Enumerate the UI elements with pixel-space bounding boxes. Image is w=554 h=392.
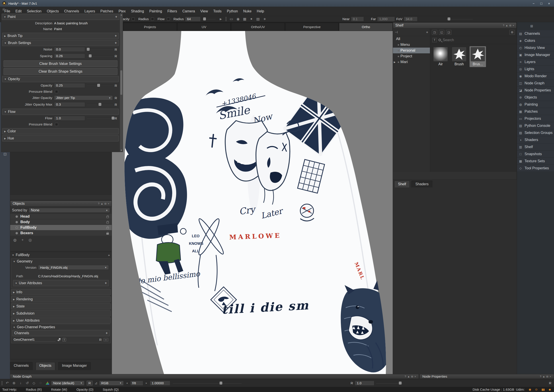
description-value[interactable]: A basic painting brush (54, 21, 117, 25)
objects-toolbar-icon[interactable]: ◍ (13, 238, 17, 242)
dock-panel-item[interactable]: ◑ Shaders (517, 136, 554, 143)
panel-header-icon[interactable]: ? (503, 24, 504, 27)
clear-brush-value-button[interactable]: Clear Brush Value Settings (4, 60, 117, 67)
reset-label[interactable]: R (115, 54, 117, 58)
dock-panel-item[interactable]: ▦ Patches (517, 108, 554, 115)
brush-tile[interactable]: Brush (451, 46, 467, 67)
menu-item[interactable]: View (198, 9, 210, 13)
add-icon[interactable]: + (115, 41, 117, 45)
panel-header-icon[interactable]: × (415, 375, 416, 378)
jitter-opacity-dropdown[interactable]: Jitter per Tip▼ (54, 95, 113, 100)
lock-icon[interactable] (106, 216, 109, 218)
lut-dropdown[interactable]: None (default)▼ (51, 381, 84, 385)
geo-channel-section[interactable]: ▼Geo-Channel Properties (11, 324, 111, 330)
panel-tab[interactable]: Shaders (411, 181, 432, 188)
radius-slider-bottom[interactable] (376, 381, 403, 385)
dock-panel-item[interactable]: □ Snapshots (517, 151, 554, 158)
reset-label[interactable]: R (115, 116, 117, 120)
status-icon[interactable]: ◆ (549, 388, 551, 391)
viewport-tab[interactable]: UV (177, 23, 231, 31)
shelf-panel-header[interactable]: Shelf ?▲⊟× (393, 22, 517, 28)
panel-header-icon[interactable]: ⊟ (104, 202, 106, 205)
radius-value-field[interactable]: 1.0 (355, 381, 374, 385)
shelf-tree-item[interactable]: ▶ Mari (393, 59, 430, 65)
play-icon[interactable]: ▶ (217, 17, 224, 21)
view-toolbar-icon[interactable]: ● (248, 17, 255, 21)
spacing-field[interactable]: 0.26 (54, 54, 85, 58)
brush-settings-section[interactable]: ▼Brush Settings+ (2, 40, 119, 46)
geo-channel-name[interactable]: GeoChannel1 (14, 337, 56, 342)
dock-panel-item[interactable]: ▭ Projectors (517, 115, 554, 122)
tool-properties-scrollbar[interactable]: ▲▼ (120, 13, 123, 152)
object-row[interactable]: Boxers (10, 231, 112, 236)
version-dropdown[interactable]: Hardy_FINGIN.obj▼ (38, 265, 109, 270)
panel-header-icon[interactable]: ▲ (101, 202, 103, 205)
panel-header-icon[interactable]: × (108, 202, 109, 205)
dock-panel-item[interactable]: ◈ Colors (517, 37, 554, 44)
nav-icon[interactable]: ↺ (24, 381, 31, 385)
exposure-field[interactable]: 1.00000 (150, 381, 170, 385)
tool-icon[interactable]: ⊡ (2, 152, 8, 156)
nav-icon[interactable]: ◌ (37, 381, 44, 385)
view-toolbar-icon[interactable]: ▭ (228, 17, 235, 21)
view-toolbar-icon[interactable]: ▤ (255, 17, 261, 21)
fstop-field[interactable]: f/8 (130, 381, 143, 385)
add-icon[interactable]: + (108, 253, 110, 257)
jitter-opacity-max-field[interactable]: 0.3 (54, 102, 85, 107)
objects-panel-header[interactable]: Objects ?▲⊟× (10, 201, 112, 207)
menu-item[interactable]: Patches (98, 9, 116, 13)
viewport-tab[interactable]: Perspective (285, 23, 339, 31)
dock-panel-item[interactable]: ⊚ Objects (517, 94, 554, 101)
dock-panel-item[interactable]: ▧ Python Console (517, 122, 554, 129)
menu-item[interactable]: Layers (82, 9, 98, 13)
panel-header-icon[interactable]: ▲ (407, 375, 410, 378)
brush-tile[interactable]: Air (432, 46, 449, 67)
object-row[interactable]: Head (10, 214, 112, 219)
panel-header-icon[interactable]: ⊟ (546, 375, 548, 378)
status-icon[interactable]: ◉ (529, 388, 531, 391)
toolbar-grip[interactable] (1, 381, 3, 385)
status-icon[interactable]: ⊙ (535, 388, 538, 391)
reset-label[interactable]: R (115, 48, 117, 51)
shelf-search-input[interactable] (443, 38, 514, 42)
panel-header-icon[interactable]: ▲ (505, 24, 508, 27)
menu-item[interactable]: Nuke (240, 9, 254, 13)
menu-item[interactable]: Painting (147, 9, 165, 13)
sorted-by-dropdown[interactable]: None▼ (29, 208, 110, 213)
filter-icon[interactable]: T (432, 38, 437, 42)
opacity-section[interactable]: ▼Opacity (2, 76, 119, 82)
radius-slider[interactable] (202, 17, 216, 21)
increment-icon[interactable]: ▸ (143, 382, 150, 385)
collapsed-section[interactable]: ▶State (11, 303, 111, 309)
spacing-slider[interactable] (87, 54, 113, 58)
panel-header-icon[interactable]: ▲ (542, 375, 545, 378)
reset-label[interactable]: R (115, 96, 117, 100)
name-value[interactable]: Paint (54, 27, 117, 31)
view-toolbar-icon[interactable]: ▦ (241, 17, 248, 21)
viewport-canvas[interactable]: +1338046 Smile Now (112, 31, 393, 374)
node-graph-header[interactable]: Node Graph ?▲⊟× (10, 374, 419, 379)
menu-item[interactable]: Ptex (116, 9, 128, 13)
hue-section[interactable]: ▶Hue (2, 135, 119, 141)
panel-tab[interactable]: Objects (36, 362, 55, 370)
window-button[interactable]: − (532, 1, 534, 5)
window-button[interactable]: × (548, 1, 550, 5)
radius-field[interactable]: 64 (185, 17, 201, 21)
opacity-field[interactable]: 0.25 (54, 83, 85, 88)
panel-header-icon[interactable]: ? (540, 375, 541, 378)
toggle-checkbox[interactable] (132, 17, 135, 21)
window-button[interactable]: □ (540, 1, 542, 5)
panel-header-icon[interactable]: ⊟ (509, 24, 511, 27)
dock-panel-item[interactable]: ◉ Modo Render (517, 73, 554, 80)
lock-icon[interactable] (106, 227, 109, 229)
fov-slider[interactable] (446, 17, 473, 21)
toggle-checkbox[interactable] (151, 17, 154, 21)
flow-field[interactable]: 1.0 (54, 116, 85, 121)
channels-row[interactable]: Channels+ (12, 330, 110, 336)
nav-icon[interactable]: ⊕ (11, 381, 17, 385)
lock-icon[interactable] (106, 233, 109, 235)
colorspace-dropdown[interactable]: RGB▼ (99, 381, 124, 385)
brush-tile[interactable]: Brus... (470, 46, 486, 67)
color-section[interactable]: ▶Color (2, 128, 119, 134)
nav-icon[interactable]: ↶ (4, 381, 11, 385)
